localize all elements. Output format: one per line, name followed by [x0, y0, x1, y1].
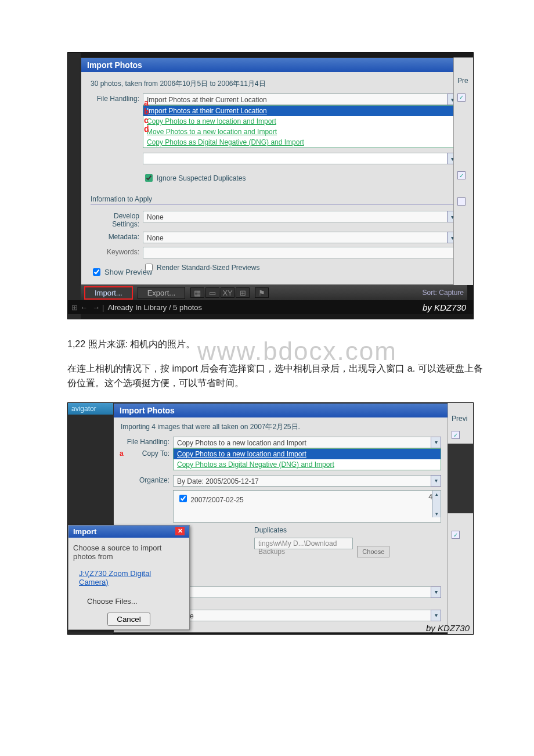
status-text: Already In Library / 5 photos: [104, 303, 202, 312]
file-handling-select-2[interactable]: Copy Photos to a new location and Import: [173, 437, 431, 448]
scroll-down-icon[interactable]: ▾: [435, 510, 439, 517]
close-icon[interactable]: ✕: [175, 527, 185, 535]
dropdown-option-b[interactable]: Copy Photos to a new location and Import: [143, 116, 457, 127]
thumbnail-checkbox[interactable]: ✓: [457, 93, 466, 102]
flag-icon[interactable]: ⚑: [255, 287, 269, 298]
develop-settings-label: Develop Settings:: [91, 211, 143, 228]
render-previews-label: Render Standard-Sized Previews: [157, 264, 259, 272]
backup-path-field[interactable]: tings\w\My D...\Download Backups: [254, 538, 353, 549]
dialog-title: Import Photos: [81, 58, 467, 72]
import-popup-title: Import: [73, 527, 96, 536]
date-item-count: 4: [428, 493, 432, 501]
date-item-checkbox[interactable]: [179, 495, 187, 502]
grid-view-icon[interactable]: ▦: [190, 287, 204, 298]
choose-backup-button[interactable]: Choose: [357, 546, 389, 557]
dark-sidebar: [68, 53, 81, 319]
cancel-button[interactable]: Cancel: [107, 613, 150, 626]
copy-to-label: Copy To:: [142, 449, 169, 458]
file-handling-label: File Handling:: [121, 437, 173, 446]
toolbar: Import... Export... ▦ ▭ XY ⊞ ⚑ Sort: Cap…: [81, 285, 467, 300]
ignore-duplicates-checkbox[interactable]: [145, 174, 153, 182]
right-panel-sliver-2: Previ ✓ ✓: [448, 403, 473, 634]
article-paragraph: 在连上相机的情况下，按 import 后会有选择窗口，选中相机目录后，出现导入窗…: [67, 361, 485, 391]
dropdown-arrow-icon[interactable]: ▾: [431, 475, 441, 487]
screenshot-import-dialog-1: Import Photos 30 photos, taken from 2006…: [67, 52, 474, 319]
ignore-duplicates-label: Ignore Suspected Duplicates: [157, 174, 246, 182]
compare-view-icon[interactable]: XY: [221, 287, 234, 298]
show-preview-label: Show Preview: [104, 268, 152, 276]
import-source-link[interactable]: J:\(Z730 Zoom Digital Camera): [79, 569, 151, 586]
grid-icon[interactable]: ⊞: [71, 303, 78, 312]
byline-2: by KDZ730: [426, 623, 470, 633]
dropdown-option[interactable]: Copy Photos as Digital Negative (DNG) an…: [174, 459, 441, 470]
import-button[interactable]: Import...: [84, 286, 133, 300]
choose-files-button[interactable]: Choose Files...: [79, 596, 146, 607]
file-handling-select[interactable]: Import Photos at their Current Location: [143, 93, 447, 105]
nav-forward-icon[interactable]: →: [90, 303, 102, 312]
metadata-label: Metadata:: [91, 232, 143, 241]
scroll-up-icon[interactable]: ▴: [435, 491, 439, 498]
dropdown-arrow-icon[interactable]: ▾: [431, 586, 441, 598]
keywords-input[interactable]: [143, 247, 457, 258]
thumbnail-checkbox[interactable]: ✓: [457, 171, 466, 179]
preview-label-clipped: Pre: [457, 77, 468, 85]
byline: by KDZ730: [423, 303, 471, 312]
metadata-select-2[interactable]: None: [173, 610, 431, 621]
right-panel-sliver: Pre ✓ ✓ ✓: [453, 57, 473, 285]
keywords-label: Keywords:: [91, 247, 143, 256]
misc-select[interactable]: [173, 586, 431, 598]
date-item-text: 2007/2007-02-25: [190, 496, 243, 504]
annotation-letter-a: a: [120, 449, 124, 458]
organize-select[interactable]: By Date: 2005/2005-12-17: [173, 475, 431, 487]
file-handling-dropdown: Import Photos at their Current Location …: [143, 105, 457, 148]
metadata-select[interactable]: None: [143, 232, 447, 243]
thumbnail-checkbox[interactable]: ✓: [457, 197, 466, 206]
status-bar: ⊞ ← → | Already In Library / 5 photos by…: [68, 300, 474, 314]
dropdown-option-a[interactable]: Import Photos at their Current Location: [143, 106, 457, 116]
dropdown-option-d[interactable]: Copy Photos as Digital Negative (DNG) an…: [143, 137, 457, 147]
import-photos-dialog: Import Photos 30 photos, taken from 2006…: [81, 57, 467, 285]
screenshot-import-dialog-2: avigator oll ey et Import Photos Importi…: [67, 402, 474, 635]
dropdown-arrow-icon[interactable]: ▾: [431, 610, 441, 621]
dropdown-option[interactable]: Copy Photos to a new location and Import: [174, 449, 441, 459]
export-button[interactable]: Export...: [138, 287, 185, 299]
scrollbar[interactable]: ▴ ▾: [432, 491, 441, 517]
navigator-tab[interactable]: avigator: [68, 403, 113, 415]
sort-label: Sort:: [423, 289, 437, 297]
nav-back-icon[interactable]: ←: [78, 303, 90, 312]
organize-label: Organize:: [121, 475, 173, 484]
summary-text: 30 photos, taken from 2006年10月5日 to 2006…: [91, 79, 457, 89]
preview-label-clipped: Previ: [452, 415, 467, 423]
thumbnail-checkbox[interactable]: ✓: [452, 431, 460, 439]
duplicates-label: Duplicates: [173, 526, 441, 534]
section-heading: 1,22 照片来源: 相机内的照片。: [67, 337, 485, 352]
dialog-title: Import Photos: [114, 404, 448, 417]
summary-text-2: Importing 4 images that were all taken o…: [121, 422, 441, 432]
import-popup-message: Choose a source to import photos from: [68, 538, 189, 567]
survey-view-icon[interactable]: ⊞: [236, 287, 250, 298]
thumbnail-strip: [448, 444, 473, 513]
thumbnail-checkbox[interactable]: ✓: [452, 531, 460, 539]
import-source-popup: Import ✕ Choose a source to import photo…: [68, 525, 190, 630]
develop-settings-select[interactable]: None: [143, 211, 447, 222]
loupe-view-icon[interactable]: ▭: [205, 287, 219, 298]
dropdown-arrow-icon[interactable]: ▾: [431, 437, 441, 448]
show-preview-checkbox[interactable]: [93, 268, 100, 276]
dropdown-option-c[interactable]: Move Photos to a new location and Import: [143, 127, 457, 137]
annotation-letters: a b c d: [144, 99, 149, 134]
date-list: 2007/2007-02-25 4 ▴ ▾: [173, 490, 441, 523]
folder-select[interactable]: [143, 153, 447, 164]
info-to-apply-header: Information to Apply: [91, 195, 457, 205]
file-handling-label: File Handling:: [91, 93, 143, 103]
copy-to-dropdown: Copy Photos to a new location and Import…: [173, 448, 441, 470]
sort-value[interactable]: Capture: [439, 289, 464, 297]
